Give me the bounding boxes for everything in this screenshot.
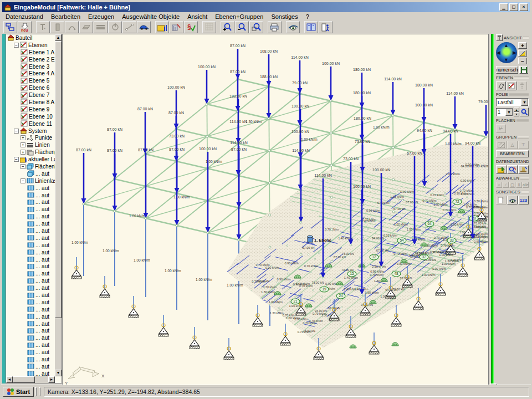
tree-item[interactable]: ... aut bbox=[6, 220, 55, 227]
menu-ausgewaehlte-objekte[interactable]: Ausgewählte Objekte bbox=[122, 13, 180, 20]
title-bar[interactable]: EingabeModul [Faltwerk: Halle + Bühne] ▁… bbox=[2, 2, 530, 12]
pushpin-button[interactable] bbox=[496, 34, 503, 41]
tree-item[interactable]: ... aut bbox=[6, 306, 55, 313]
folie-number-dropdown[interactable]: 1 ▼ bbox=[496, 108, 513, 116]
lastfall-ordner-icon[interactable] bbox=[155, 21, 169, 33]
block-icon[interactable] bbox=[50, 21, 64, 33]
tree-item[interactable]: ... aut bbox=[6, 334, 55, 341]
tree-item[interactable]: ... aut bbox=[6, 313, 55, 320]
flaeche-icon[interactable] bbox=[79, 21, 93, 33]
view-rotate-control[interactable]: ▲ ▼ ◀ ▶ bbox=[496, 42, 517, 63]
minimize-button[interactable]: ▁ bbox=[499, 3, 508, 11]
scroll-right-button[interactable]: ► bbox=[48, 376, 55, 383]
tree-item[interactable]: ... aut bbox=[6, 341, 55, 349]
abwahlen-shape-button[interactable]: ∕ bbox=[503, 182, 509, 188]
tree-item[interactable]: ... aut bbox=[6, 185, 55, 192]
drehen-icon[interactable] bbox=[108, 21, 122, 33]
zoom-fenster-icon[interactable] bbox=[249, 21, 263, 33]
scroll-left-button[interactable]: ◄ bbox=[6, 376, 13, 383]
tree-expander[interactable]: − bbox=[14, 157, 19, 162]
tree-item[interactable]: ... aut bbox=[6, 270, 55, 277]
tree-expander[interactable]: − bbox=[21, 164, 25, 169]
menu-erzeugen[interactable]: Erzeugen bbox=[88, 13, 114, 20]
polygon-icon[interactable] bbox=[122, 21, 136, 33]
tree-item[interactable]: −Ebenen bbox=[6, 42, 55, 49]
tree-item[interactable]: ... aut bbox=[6, 256, 55, 263]
tree-item[interactable]: +Linien bbox=[6, 141, 55, 149]
rotate-down-icon[interactable]: ▼ bbox=[504, 57, 509, 63]
tree-item[interactable]: Ebene 10 bbox=[6, 113, 55, 120]
flaechen-button[interactable]: ⊬ bbox=[496, 124, 506, 133]
zoom-in-button[interactable]: + bbox=[518, 42, 527, 49]
tree-item[interactable]: ... aut bbox=[6, 234, 55, 242]
norm-paragraf-icon[interactable]: § bbox=[184, 21, 198, 33]
bemessung-icon[interactable] bbox=[170, 21, 183, 33]
scroll-down-button[interactable]: ▼ bbox=[55, 370, 62, 376]
menu-hilfe[interactable]: ? bbox=[306, 13, 309, 20]
daten-pruefen-button[interactable] bbox=[507, 165, 518, 174]
zoom-out-icon[interactable] bbox=[235, 21, 249, 33]
close-button[interactable]: × bbox=[519, 3, 528, 11]
tree-item[interactable]: Ebene 9 bbox=[6, 106, 55, 113]
tree-item[interactable]: Ebene 1 A bbox=[6, 49, 55, 56]
raster-icon[interactable] bbox=[202, 21, 216, 33]
tree-item[interactable]: ... aut bbox=[6, 249, 55, 256]
tree-item[interactable]: ... aut bbox=[6, 370, 55, 376]
tree-item[interactable]: ... aut bbox=[6, 213, 55, 220]
tree-item[interactable]: Ebene 2 E bbox=[6, 56, 55, 63]
abwahlen-shape-button[interactable]: ○ bbox=[496, 182, 502, 188]
menu-ebenen-gruppen[interactable]: Ebenen+Gruppen bbox=[215, 13, 263, 20]
tree-item[interactable]: +Punkte bbox=[6, 134, 55, 141]
drucken-icon[interactable] bbox=[268, 21, 282, 33]
tree-item[interactable]: ... aut bbox=[6, 349, 55, 356]
tree-item[interactable]: +Flächenpo bbox=[6, 149, 55, 156]
layer-view-button[interactable] bbox=[518, 50, 527, 57]
tree-item[interactable]: ... aut bbox=[6, 170, 55, 177]
tree-item[interactable]: ... aut bbox=[6, 291, 55, 299]
tree-expander[interactable]: − bbox=[14, 129, 19, 134]
neues-dokument-button[interactable]: * bbox=[496, 196, 507, 204]
dropdown-arrow-icon[interactable]: ▼ bbox=[521, 99, 528, 106]
tree-expander[interactable]: − bbox=[21, 178, 25, 183]
tree-item[interactable]: ... aut bbox=[6, 356, 55, 363]
menu-sonstiges[interactable]: Sonstiges bbox=[271, 13, 298, 20]
zoom-out-button[interactable]: − bbox=[518, 58, 527, 64]
folie-search-button[interactable] bbox=[520, 108, 529, 116]
tree-item[interactable]: −System bbox=[6, 127, 55, 135]
numerisch-button[interactable]: numerisch bbox=[496, 66, 518, 74]
gruppe-auflager-button[interactable]: △ bbox=[507, 141, 518, 149]
save-view-button[interactable] bbox=[519, 66, 528, 74]
tree-item[interactable]: ... aut bbox=[6, 192, 55, 199]
spin-down-button[interactable]: ▼ bbox=[514, 112, 519, 116]
stab-icon[interactable]: * bbox=[36, 21, 50, 33]
tree-item[interactable]: Ebene 3 bbox=[6, 63, 55, 70]
menu-datenzustand[interactable]: Datenzustand bbox=[6, 13, 43, 20]
abwahlen-alle-button[interactable]: alle bbox=[523, 182, 529, 188]
spin-up-button[interactable]: ▲ bbox=[514, 108, 519, 112]
tree-vertical-scrollbar[interactable]: ▲ ▼ bbox=[55, 34, 62, 376]
linienraster-icon[interactable] bbox=[94, 21, 108, 33]
tree-item[interactable]: Ebene 4 A bbox=[6, 70, 55, 77]
tree-scroll-thumb[interactable] bbox=[55, 41, 62, 318]
tree-item[interactable]: ... aut bbox=[6, 227, 55, 234]
dropdown-arrow-icon[interactable]: ▼ bbox=[505, 109, 513, 116]
tree-expander[interactable]: − bbox=[14, 43, 19, 48]
tree-item[interactable]: Ebene 11 bbox=[6, 120, 55, 127]
ebene-axis-button[interactable] bbox=[517, 81, 527, 90]
tree-item[interactable]: ... aut bbox=[6, 363, 55, 370]
tree-item[interactable]: ... aut bbox=[6, 320, 55, 328]
tree-item[interactable]: −Linienlast bbox=[6, 177, 55, 185]
ebene-edit-button[interactable] bbox=[507, 81, 516, 90]
scroll-up-button[interactable]: ▲ bbox=[55, 34, 62, 41]
tree-item[interactable]: Ebene 6 bbox=[6, 84, 55, 91]
tree-item[interactable]: ... aut bbox=[6, 284, 55, 291]
gruppe-flaeche-button[interactable] bbox=[496, 141, 507, 149]
tree-expander[interactable]: + bbox=[21, 135, 25, 140]
menu-bearbeiten[interactable]: Bearbeiten bbox=[51, 13, 80, 20]
tree-item[interactable]: ... aut bbox=[6, 277, 55, 284]
taskbar-grip[interactable] bbox=[39, 387, 40, 396]
tree-expander[interactable]: + bbox=[21, 150, 25, 155]
tree-item[interactable]: ... aut bbox=[6, 206, 55, 213]
tree-item[interactable]: ... aut bbox=[6, 198, 55, 206]
datenzustand-schema-icon[interactable] bbox=[3, 21, 17, 33]
